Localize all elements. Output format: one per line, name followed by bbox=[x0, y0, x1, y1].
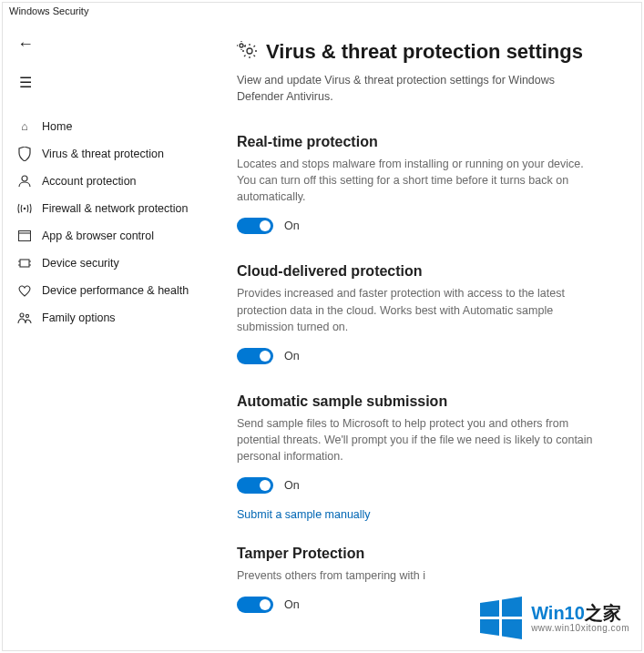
svg-point-12 bbox=[240, 44, 243, 47]
nav-label: App & browser control bbox=[42, 230, 154, 242]
main-content: Virus & threat protection settings View … bbox=[210, 22, 644, 653]
nav-label: Device security bbox=[42, 257, 119, 270]
cloud-toggle[interactable] bbox=[237, 348, 273, 364]
antenna-icon bbox=[16, 202, 33, 215]
person-icon bbox=[16, 175, 33, 188]
settings-gear-icon bbox=[237, 41, 257, 64]
section-desc: Prevents others from tampering with i bbox=[237, 567, 601, 584]
back-button[interactable]: ← bbox=[11, 29, 40, 58]
nav-label: Firewall & network protection bbox=[42, 202, 188, 215]
shield-icon bbox=[16, 147, 33, 161]
nav-item-account[interactable]: Account protection bbox=[11, 168, 210, 195]
sidebar: ← ☰ ⌂ Home Virus & threat protection bbox=[0, 22, 210, 653]
tamper-toggle[interactable] bbox=[237, 597, 273, 613]
section-title: Automatic sample submission bbox=[237, 393, 601, 410]
section-sample: Automatic sample submission Send sample … bbox=[237, 393, 601, 522]
section-title: Cloud-delivered protection bbox=[237, 263, 601, 280]
window-title: Windows Security bbox=[0, 0, 644, 22]
watermark-brand: Win10之家 bbox=[531, 603, 629, 623]
sample-toggle[interactable] bbox=[237, 477, 273, 494]
section-desc: Provides increased and faster protection… bbox=[237, 285, 601, 334]
watermark-url: www.win10xitong.com bbox=[531, 623, 629, 633]
svg-marker-14 bbox=[502, 597, 522, 617]
page-title: Virus & threat protection settings bbox=[266, 40, 583, 64]
svg-rect-2 bbox=[19, 231, 31, 241]
toggle-label: On bbox=[284, 598, 300, 611]
nav-item-app-browser[interactable]: App & browser control bbox=[11, 222, 210, 250]
section-desc: Send sample files to Microsoft to help p… bbox=[237, 415, 601, 464]
toggle-label: On bbox=[284, 350, 300, 362]
submit-sample-link[interactable]: Submit a sample manually bbox=[237, 508, 371, 521]
windows-logo-icon bbox=[478, 595, 524, 640]
nav-item-firewall[interactable]: Firewall & network protection bbox=[11, 195, 210, 222]
svg-marker-16 bbox=[502, 619, 522, 639]
svg-point-11 bbox=[247, 48, 252, 54]
nav-item-device-security[interactable]: Device security bbox=[11, 250, 210, 277]
watermark: Win10之家 www.win10xitong.com bbox=[478, 595, 629, 640]
hamburger-icon: ☰ bbox=[19, 74, 32, 91]
toggle-label: On bbox=[284, 479, 300, 492]
svg-point-0 bbox=[22, 176, 27, 181]
nav-label: Virus & threat protection bbox=[42, 148, 164, 160]
toggle-label: On bbox=[284, 219, 300, 232]
nav-item-performance[interactable]: Device performance & health bbox=[11, 277, 210, 304]
section-realtime: Real-time protection Locates and stops m… bbox=[237, 134, 601, 234]
section-title: Real-time protection bbox=[237, 134, 601, 150]
page-subtitle: View and update Virus & threat protectio… bbox=[237, 73, 592, 105]
chip-icon bbox=[16, 258, 33, 269]
nav-label: Device performance & health bbox=[42, 284, 189, 297]
window-icon bbox=[16, 230, 33, 241]
family-icon bbox=[16, 312, 33, 324]
section-title: Tamper Protection bbox=[237, 546, 601, 562]
svg-marker-13 bbox=[480, 600, 499, 617]
nav-label: Account protection bbox=[42, 175, 137, 188]
section-desc: Locates and stops malware from installin… bbox=[237, 156, 601, 205]
section-cloud: Cloud-delivered protection Provides incr… bbox=[237, 263, 601, 363]
realtime-toggle[interactable] bbox=[237, 218, 273, 234]
svg-point-1 bbox=[24, 208, 26, 210]
svg-point-9 bbox=[20, 313, 24, 317]
svg-marker-15 bbox=[480, 619, 499, 636]
svg-point-10 bbox=[26, 314, 28, 317]
svg-rect-4 bbox=[20, 260, 29, 267]
home-icon: ⌂ bbox=[16, 120, 33, 133]
menu-button[interactable]: ☰ bbox=[11, 67, 40, 97]
arrow-left-icon: ← bbox=[17, 35, 34, 54]
nav-label: Family options bbox=[42, 311, 116, 324]
nav-item-virus-threat[interactable]: Virus & threat protection bbox=[11, 140, 210, 168]
nav-label: Home bbox=[42, 120, 72, 133]
heart-icon bbox=[16, 285, 33, 297]
nav-item-family[interactable]: Family options bbox=[11, 304, 210, 332]
nav-item-home[interactable]: ⌂ Home bbox=[11, 113, 210, 140]
